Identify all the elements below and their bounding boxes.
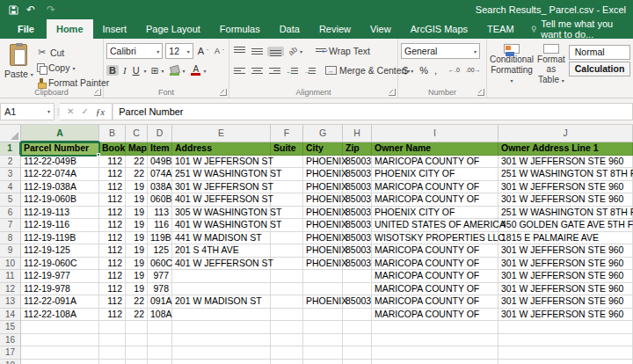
cell-D18[interactable] — [148, 360, 172, 364]
increase-decimal-button[interactable]: ←.0 — [447, 66, 462, 75]
cell-D9[interactable]: 125 — [148, 244, 172, 258]
tell-me-box[interactable]: Tell me what you want to do... — [524, 19, 633, 39]
cell-C6[interactable]: 19 — [126, 207, 148, 220]
cell-F11[interactable] — [271, 270, 303, 283]
cell-H7[interactable]: 85003 — [343, 219, 372, 232]
cell-E11[interactable] — [172, 270, 271, 283]
copy-button[interactable]: Copy▾ — [35, 62, 111, 74]
cell-F12[interactable] — [271, 283, 303, 296]
cell-C10[interactable]: 19 — [126, 258, 148, 271]
cell-B14[interactable]: 112 — [99, 309, 126, 322]
cell-J4[interactable]: 301 W JEFFERSON STE 960 — [498, 181, 633, 194]
cell-E2[interactable]: 101 W JEFFERSON ST — [172, 156, 271, 169]
cell-H9[interactable]: 85003 — [343, 244, 372, 258]
select-all-corner[interactable] — [0, 125, 21, 142]
cell-J11[interactable]: 301 W JEFFERSON STE 960 — [498, 270, 633, 283]
cell-B15[interactable] — [99, 321, 126, 334]
cell-G14[interactable] — [303, 309, 343, 322]
cell-I13[interactable]: MARICOPA COUNTY OF — [372, 295, 498, 309]
cell-F17[interactable] — [271, 346, 303, 360]
cell-C15[interactable] — [126, 321, 148, 334]
row-header-18[interactable]: 18 — [0, 360, 21, 364]
wrap-text-button[interactable]: ↩ Wrap Text — [314, 45, 372, 57]
cut-button[interactable]: ✂Cut — [35, 46, 111, 59]
cell-E9[interactable]: 201 S 4TH AVE — [172, 244, 271, 258]
cell-I16[interactable] — [372, 334, 498, 347]
cell-A2[interactable]: 112-22-049B — [21, 156, 99, 169]
cell-D3[interactable]: 074A — [148, 168, 172, 181]
cell-F2[interactable] — [271, 156, 303, 169]
cell-G4[interactable]: PHOENIX — [303, 181, 343, 194]
row-header-11[interactable]: 11 — [0, 270, 21, 283]
cell-E15[interactable] — [172, 321, 271, 334]
cell-D4[interactable]: 038A — [148, 181, 172, 194]
cell-F16[interactable] — [271, 334, 303, 347]
cell-F15[interactable] — [271, 321, 303, 334]
cell-A17[interactable] — [21, 346, 99, 360]
cell-C11[interactable]: 19 — [126, 270, 148, 283]
row-header-13[interactable]: 13 — [0, 295, 21, 309]
cell-B12[interactable]: 112 — [99, 283, 126, 296]
cell-D1[interactable]: Item — [148, 142, 172, 156]
column-header-F[interactable]: F — [271, 125, 303, 142]
cell-D5[interactable]: 060B — [148, 193, 172, 207]
align-right-button[interactable] — [267, 65, 282, 76]
cell-D16[interactable] — [148, 334, 172, 347]
cell-I9[interactable]: MARICOPA COUNTY OF — [372, 244, 498, 258]
column-header-E[interactable]: E — [172, 125, 271, 142]
cell-J15[interactable] — [498, 321, 633, 334]
decrease-decimal-button[interactable]: .00→ — [464, 66, 483, 75]
enter-icon[interactable]: ✓ — [81, 106, 88, 116]
bold-button[interactable]: B — [106, 65, 119, 76]
tab-home[interactable]: Home — [47, 19, 93, 39]
cell-F6[interactable] — [271, 207, 303, 220]
cell-I18[interactable] — [372, 360, 498, 364]
percent-style-button[interactable]: % — [418, 64, 430, 76]
cell-B11[interactable]: 112 — [99, 270, 126, 283]
row-header-6[interactable]: 6 — [0, 207, 21, 220]
cell-D2[interactable]: 049B — [148, 156, 172, 169]
cell-G11[interactable] — [303, 270, 343, 283]
cell-C8[interactable]: 19 — [126, 232, 148, 245]
formula-input[interactable]: Parcel Number — [113, 103, 633, 120]
column-header-B[interactable]: B — [99, 125, 126, 142]
cell-G9[interactable]: PHOENIX — [303, 244, 343, 258]
cell-D17[interactable] — [148, 346, 172, 360]
cell-B16[interactable] — [99, 334, 126, 347]
cell-C12[interactable]: 19 — [126, 283, 148, 296]
cell-H3[interactable]: 85003 — [343, 168, 372, 181]
cell-G17[interactable] — [303, 346, 343, 360]
cell-A7[interactable]: 112-19-116 — [21, 219, 99, 232]
accounting-format-button[interactable]: $▾ — [401, 64, 415, 76]
cell-H17[interactable] — [343, 346, 372, 360]
cell-F3[interactable] — [271, 168, 303, 181]
save-icon[interactable] — [9, 5, 18, 15]
row-header-15[interactable]: 15 — [0, 321, 21, 334]
tab-data[interactable]: Data — [270, 19, 309, 39]
cell-J2[interactable]: 301 W JEFFERSON STE 960 — [498, 156, 633, 169]
cell-A10[interactable]: 112-19-060C — [21, 258, 99, 271]
cell-J14[interactable]: 301 W JEFFERSON STE 960 — [498, 309, 633, 322]
column-header-C[interactable]: C — [126, 125, 148, 142]
cell-F7[interactable] — [271, 219, 303, 232]
column-header-D[interactable]: D — [148, 125, 172, 142]
cell-G13[interactable]: PHOENIX — [303, 295, 343, 309]
cell-E6[interactable]: 305 W WASHINGTON ST — [172, 207, 271, 220]
insert-function-icon[interactable]: ƒx — [96, 106, 105, 117]
cell-I7[interactable]: UNITED STATES OF AMERICA — [372, 219, 498, 232]
cell-J7[interactable]: 450 GOLDEN GATE AVE 5TH FL W — [498, 219, 633, 232]
cell-G5[interactable]: PHOENIX — [303, 193, 343, 207]
cell-E13[interactable]: 201 W MADISON ST — [172, 295, 271, 309]
top-align-button[interactable] — [232, 46, 247, 57]
align-center-button[interactable] — [250, 65, 265, 76]
row-header-16[interactable]: 16 — [0, 334, 21, 347]
tab-insert[interactable]: Insert — [93, 19, 137, 39]
cell-A18[interactable] — [21, 360, 99, 364]
cell-E4[interactable]: 301 W JEFFERSON ST — [172, 181, 271, 194]
clipboard-dialog-launcher-icon[interactable] — [94, 89, 101, 96]
undo-button[interactable]: ↶▾ — [26, 4, 39, 15]
cell-style-calculation[interactable]: Calculation — [569, 62, 631, 76]
cell-C14[interactable]: 22 — [126, 309, 148, 322]
cell-B10[interactable]: 112 — [99, 258, 126, 271]
cell-F10[interactable] — [271, 258, 303, 271]
